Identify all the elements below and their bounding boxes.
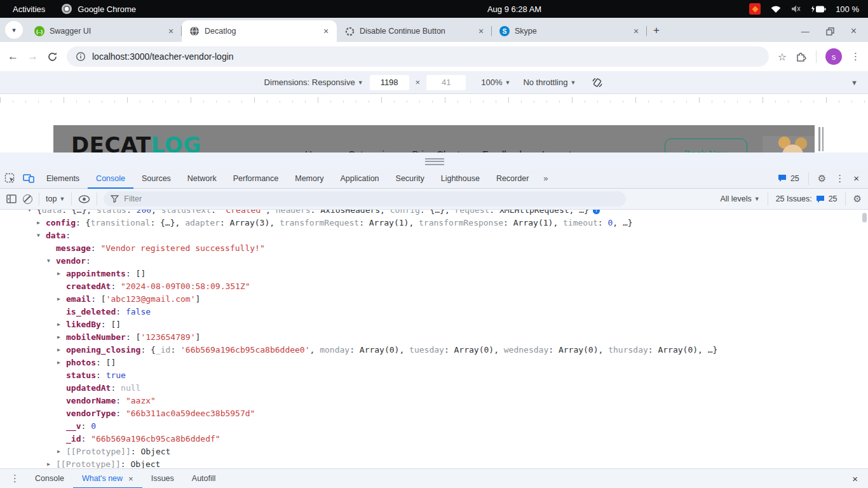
- drawer-close-button[interactable]: ×: [852, 473, 862, 484]
- browser-tab[interactable]: Decatlog×: [182, 20, 337, 42]
- divider: [808, 172, 809, 185]
- device-toolbar-toggle-icon[interactable]: [19, 173, 38, 183]
- log-levels-select[interactable]: All levels▼: [720, 194, 759, 203]
- extensions-icon[interactable]: [796, 51, 807, 62]
- back-button[interactable]: ←: [8, 50, 18, 63]
- expand-arrow-icon[interactable]: ▶: [37, 217, 40, 229]
- drawer-tab-autofill[interactable]: Autofill: [183, 469, 225, 488]
- window-restore-button[interactable]: [826, 27, 834, 36]
- reload-button[interactable]: [47, 51, 58, 62]
- console-log-line[interactable]: ▶opening_closing: {_id: '66b569a196cb95c…: [0, 344, 868, 356]
- inspect-element-icon[interactable]: [0, 173, 19, 184]
- browser-menu-button[interactable]: ⋮: [851, 51, 860, 62]
- browser-tab[interactable]: {..}Swagger UI×: [27, 20, 182, 42]
- drawer-tab-what-s-new[interactable]: What's new×: [73, 469, 142, 488]
- expand-arrow-icon[interactable]: ▶: [47, 458, 50, 468]
- site-logo[interactable]: DECATLOG: [71, 132, 201, 152]
- expand-arrow-icon[interactable]: ▼: [47, 255, 50, 268]
- rotate-viewport-icon[interactable]: [591, 76, 604, 89]
- live-expression-eye-icon[interactable]: [78, 195, 90, 203]
- tab-search-button[interactable]: ▾: [5, 21, 23, 39]
- book-now-button[interactable]: Book Now: [665, 139, 747, 152]
- window-minimize-button[interactable]: —: [801, 27, 810, 36]
- device-toolbar-more-chevron[interactable]: ▼: [851, 79, 858, 86]
- zoom-select[interactable]: 100%▼: [481, 78, 510, 87]
- console-filter-input[interactable]: Filter: [104, 191, 626, 207]
- devtools-menu-icon[interactable]: ⋮: [835, 173, 844, 184]
- expand-arrow-icon[interactable]: ▶: [57, 293, 60, 306]
- window-close-button[interactable]: ×: [851, 25, 857, 37]
- screen-share-indicator-icon[interactable]: [749, 3, 761, 15]
- console-log-line[interactable]: ▶likedBy: []: [0, 318, 868, 331]
- drawer-tab-console[interactable]: Console: [26, 469, 73, 488]
- new-tab-button[interactable]: +: [647, 24, 667, 42]
- bookmark-star-icon[interactable]: ☆: [778, 51, 787, 63]
- javascript-context-select[interactable]: top▼: [46, 194, 65, 203]
- tab-close-icon[interactable]: ×: [165, 25, 177, 37]
- console-log-line[interactable]: ▼{data: {…}, status: 200, statusText: 'C…: [0, 210, 868, 217]
- more-panels-chevron[interactable]: »: [537, 173, 554, 183]
- drawer-menu-icon[interactable]: ⋮: [6, 473, 24, 484]
- drawer-tab-close-icon[interactable]: ×: [128, 474, 133, 484]
- expand-arrow-icon[interactable]: ▶: [57, 445, 60, 458]
- console-log-line: __v: 0: [0, 420, 868, 433]
- clear-console-icon[interactable]: [23, 194, 32, 204]
- devtools-drag-divider[interactable]: [0, 152, 868, 168]
- devtools-tab-lighthouse[interactable]: Lighthouse: [433, 168, 488, 189]
- console-log-line[interactable]: ▶photos: []: [0, 356, 868, 369]
- devtools-close-button[interactable]: ×: [853, 173, 859, 184]
- console-log-line: is_deleted: false: [0, 306, 868, 318]
- drag-handle-icon[interactable]: [425, 158, 444, 166]
- devtools-tab-application[interactable]: Application: [332, 168, 387, 189]
- console-log-line[interactable]: ▶[[Prototype]]: Object: [0, 458, 868, 468]
- console-log-line[interactable]: ▶config: {transitional: {…}, adapter: Ar…: [0, 217, 868, 229]
- clock[interactable]: Aug 9 6:28 AM: [280, 4, 749, 14]
- expand-arrow-icon[interactable]: ▶: [57, 344, 60, 356]
- focused-app-menu[interactable]: Google Chrome: [62, 4, 136, 14]
- console-log-line[interactable]: ▶appointments: []: [0, 268, 868, 280]
- tab-close-icon[interactable]: ×: [475, 25, 487, 37]
- devtools-tab-memory[interactable]: Memory: [287, 168, 332, 189]
- devtools-tab-security[interactable]: Security: [388, 168, 433, 189]
- console-log-line[interactable]: ▶[[Prototype]]: Object: [0, 445, 868, 458]
- url-text[interactable]: localhost:3000/teacher-vendor-login: [92, 51, 234, 62]
- tab-close-icon[interactable]: ×: [630, 25, 642, 37]
- forward-button[interactable]: →: [27, 50, 38, 63]
- expand-arrow-icon[interactable]: ▶: [57, 318, 60, 331]
- issues-counter[interactable]: 25 Issues: 25: [776, 194, 837, 203]
- expand-arrow-icon[interactable]: ▶: [57, 356, 60, 369]
- browser-tab[interactable]: SSkype×: [492, 20, 647, 42]
- omnibox[interactable]: localhost:3000/teacher-vendor-login: [67, 46, 769, 67]
- devtools-tab-recorder[interactable]: Recorder: [488, 168, 537, 189]
- console-scrollbar-thumb[interactable]: [862, 213, 867, 222]
- profile-avatar[interactable]: s: [825, 48, 842, 65]
- site-info-icon[interactable]: [76, 51, 86, 62]
- devtools-settings-icon[interactable]: ⚙: [818, 173, 826, 184]
- viewport-height-input[interactable]: [426, 75, 466, 90]
- console-log-line[interactable]: ▶email: ['abc123@gmail.com']: [0, 293, 868, 306]
- expand-arrow-icon[interactable]: ▶: [57, 331, 60, 344]
- console-log-line[interactable]: ▼data:: [0, 229, 868, 242]
- console-log-line[interactable]: ▶mobileNumber: ['123654789']: [0, 331, 868, 344]
- chrome-app-icon: [62, 4, 72, 14]
- device-type-select[interactable]: Dimensions: Responsive▼: [264, 78, 363, 87]
- devtools-tab-sources[interactable]: Sources: [133, 168, 179, 189]
- browser-tab[interactable]: Disable Continue Button×: [337, 20, 492, 42]
- devtools-tab-console[interactable]: Console: [88, 168, 133, 189]
- expand-arrow-icon[interactable]: ▶: [57, 268, 60, 280]
- throttling-select[interactable]: No throttling▼: [523, 78, 576, 87]
- console-log-line[interactable]: ▼vendor:: [0, 255, 868, 268]
- expand-arrow-icon[interactable]: ▼: [37, 229, 40, 242]
- viewport-resize-handle-vertical[interactable]: [818, 127, 826, 151]
- activities-button[interactable]: Activities: [13, 4, 45, 14]
- viewport-width-input[interactable]: [370, 75, 409, 90]
- devtools-tab-network[interactable]: Network: [179, 168, 225, 189]
- console-settings-icon[interactable]: ⚙: [853, 193, 862, 205]
- drawer-tab-issues[interactable]: Issues: [142, 469, 183, 488]
- tab-close-icon[interactable]: ×: [320, 25, 332, 37]
- console-sidebar-toggle-icon[interactable]: [6, 194, 17, 203]
- devtools-tab-performance[interactable]: Performance: [225, 168, 287, 189]
- devtools-tab-elements[interactable]: Elements: [38, 168, 88, 189]
- expand-arrow-icon[interactable]: ▼: [28, 210, 31, 217]
- console-messages-count[interactable]: 25: [778, 174, 799, 183]
